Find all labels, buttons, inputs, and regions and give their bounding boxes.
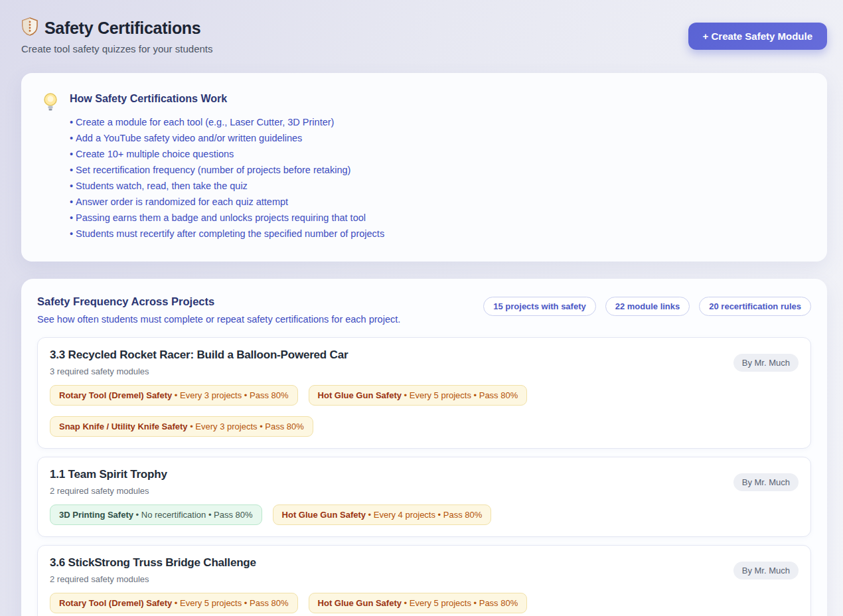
safety-module-badge: Hot Glue Gun Safety • Every 5 projects •… xyxy=(309,593,528,613)
page-title: Safety Certifications xyxy=(44,19,200,38)
module-name: Hot Glue Gun Safety xyxy=(282,510,366,520)
frequency-header-text: Safety Frequency Across Projects See how… xyxy=(37,295,400,325)
module-name: Hot Glue Gun Safety xyxy=(318,598,402,608)
frequency-section-header: Safety Frequency Across Projects See how… xyxy=(37,295,811,325)
module-badges-row: Rotary Tool (Dremel) Safety • Every 3 pr… xyxy=(50,385,799,437)
shield-icon xyxy=(21,17,38,38)
frequency-section-subtitle: See how often students must complete or … xyxy=(37,314,400,325)
how-it-works-title: How Safety Certifications Work xyxy=(70,93,384,105)
module-rule: • Every 5 projects • Pass 80% xyxy=(172,598,288,608)
page-subtitle: Create tool safety quizzes for your stud… xyxy=(21,43,212,54)
project-card: 3.6 StickStrong Truss Bridge Challenge 2… xyxy=(37,545,811,616)
project-modules-count: 2 required safety modules xyxy=(50,574,256,584)
stat-pill: 22 module links xyxy=(605,297,690,316)
module-rule: • Every 3 projects • Pass 80% xyxy=(188,422,304,431)
frequency-section-card: Safety Frequency Across Projects See how… xyxy=(21,279,827,616)
stat-pill: 20 recertification rules xyxy=(699,297,811,316)
how-it-works-content: How Safety Certifications Work Create a … xyxy=(70,91,384,242)
project-modules-count: 3 required safety modules xyxy=(50,366,348,376)
module-rule: • Every 5 projects • Pass 80% xyxy=(402,598,518,608)
module-rule: • Every 5 projects • Pass 80% xyxy=(402,390,518,400)
safety-module-badge: Hot Glue Gun Safety • Every 4 projects •… xyxy=(273,504,492,525)
how-it-works-bullets: Create a module for each tool (e.g., Las… xyxy=(70,114,384,242)
bullet-item: Students watch, read, then take the quiz xyxy=(70,178,384,194)
module-badges-row: Rotary Tool (Dremel) Safety • Every 5 pr… xyxy=(50,593,799,613)
project-title: 3.3 Recycled Rocket Racer: Build a Ballo… xyxy=(50,348,348,362)
project-text-block: 1.1 Team Spirit Trophy 2 required safety… xyxy=(50,468,167,496)
safety-module-badge: 3D Printing Safety • No recertification … xyxy=(50,504,262,525)
bullet-item: Create 10+ multiple choice questions xyxy=(70,146,384,162)
author-badge: By Mr. Much xyxy=(733,562,799,579)
bullet-item: Passing earns them a badge and unlocks p… xyxy=(70,210,384,226)
project-card-top: 1.1 Team Spirit Trophy 2 required safety… xyxy=(50,468,799,496)
bullet-item: Set recertification frequency (number of… xyxy=(70,162,384,178)
safety-module-badge: Snap Knife / Utility Knife Safety • Ever… xyxy=(50,416,313,437)
how-it-works-card: How Safety Certifications Work Create a … xyxy=(21,73,827,262)
module-badges-row: 3D Printing Safety • No recertification … xyxy=(50,504,799,525)
module-name: Snap Knife / Utility Knife Safety xyxy=(59,422,188,431)
author-badge: By Mr. Much xyxy=(733,354,799,372)
module-rule: • No recertification • Pass 80% xyxy=(133,510,253,520)
bullet-item: Create a module for each tool (e.g., Las… xyxy=(70,114,384,130)
frequency-section-title: Safety Frequency Across Projects xyxy=(37,295,400,308)
bullet-item: Students must recertify after completing… xyxy=(70,226,384,242)
project-text-block: 3.6 StickStrong Truss Bridge Challenge 2… xyxy=(50,556,256,584)
safety-certifications-page: Safety Certifications Create tool safety… xyxy=(0,0,843,616)
project-title: 3.6 StickStrong Truss Bridge Challenge xyxy=(50,556,256,570)
frequency-stats-row: 15 projects with safety 22 module links … xyxy=(483,295,811,316)
project-card-top: 3.3 Recycled Rocket Racer: Build a Ballo… xyxy=(50,348,799,376)
safety-module-badge: Hot Glue Gun Safety • Every 5 projects •… xyxy=(309,385,528,406)
project-list: 3.3 Recycled Rocket Racer: Build a Ballo… xyxy=(37,337,811,616)
bullet-item: Add a YouTube safety video and/or writte… xyxy=(70,130,384,146)
module-name: Rotary Tool (Dremel) Safety xyxy=(59,598,172,608)
stat-pill: 15 projects with safety xyxy=(483,297,595,316)
project-card: 1.1 Team Spirit Trophy 2 required safety… xyxy=(37,457,811,537)
lightbulb-icon xyxy=(42,91,59,242)
project-title: 1.1 Team Spirit Trophy xyxy=(50,468,167,481)
author-badge: By Mr. Much xyxy=(733,473,799,491)
project-card-top: 3.6 StickStrong Truss Bridge Challenge 2… xyxy=(50,556,799,584)
safety-module-badge: Rotary Tool (Dremel) Safety • Every 3 pr… xyxy=(50,385,298,406)
module-name: Rotary Tool (Dremel) Safety xyxy=(59,390,172,400)
module-rule: • Every 3 projects • Pass 80% xyxy=(172,390,288,400)
header-text-block: Safety Certifications Create tool safety… xyxy=(21,17,212,54)
project-card: 3.3 Recycled Rocket Racer: Build a Ballo… xyxy=(37,337,811,449)
module-rule: • Every 4 projects • Pass 80% xyxy=(366,510,482,520)
project-modules-count: 2 required safety modules xyxy=(50,486,167,496)
project-text-block: 3.3 Recycled Rocket Racer: Build a Ballo… xyxy=(50,348,348,376)
create-safety-module-button[interactable]: + Create Safety Module xyxy=(688,23,827,50)
safety-module-badge: Rotary Tool (Dremel) Safety • Every 5 pr… xyxy=(50,593,298,613)
module-name: 3D Printing Safety xyxy=(59,510,133,520)
bullet-item: Answer order is randomized for each quiz… xyxy=(70,194,384,210)
page-header: Safety Certifications Create tool safety… xyxy=(21,17,827,54)
module-name: Hot Glue Gun Safety xyxy=(318,390,402,400)
